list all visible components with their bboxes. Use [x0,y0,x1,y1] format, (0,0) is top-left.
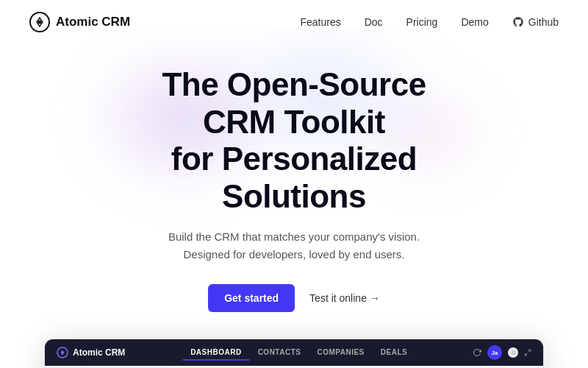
expand-icon[interactable] [524,349,531,356]
nav-links: Features Doc Pricing Demo Github [300,15,559,29]
hero-section: The Open-Source CRM Toolkit for Personal… [0,44,588,312]
nav-demo[interactable]: Demo [461,16,488,28]
github-label: Github [528,16,559,28]
nav-features[interactable]: Features [300,16,340,28]
app-tab-companies[interactable]: COMPANIES [309,345,371,361]
settings-icon[interactable]: ⚙ [508,347,518,358]
app-logo-icon [57,347,68,358]
app-preview: Atomic CRM DASHBOARD CONTACTS COMPANIES … [44,339,544,368]
svg-line-5 [525,353,527,355]
nav-github[interactable]: Github [512,16,559,28]
app-topbar: Atomic CRM DASHBOARD CONTACTS COMPANIES … [45,339,543,366]
app-logo: Atomic CRM [57,347,125,358]
hero-buttons: Get started Test it online → [15,284,573,312]
app-avatar: Ja [487,345,502,360]
logo[interactable]: Atomic CRM [29,12,130,32]
logo-text: Atomic CRM [56,15,130,29]
hero-subtitle: Build the CRM that matches your company'… [15,228,573,263]
nav-doc[interactable]: Doc [365,16,383,28]
app-nav-tabs: DASHBOARD CONTACTS COMPANIES DEALS [137,345,461,361]
svg-line-4 [528,350,531,353]
app-tab-dashboard[interactable]: DASHBOARD [183,345,249,361]
get-started-button[interactable]: Get started [208,284,295,312]
app-tab-contacts[interactable]: CONTACTS [251,345,309,361]
app-tab-deals[interactable]: DEALS [373,345,415,361]
svg-point-3 [62,352,64,354]
refresh-icon[interactable] [473,348,481,357]
svg-point-1 [38,21,42,24]
navbar: Atomic CRM Features Doc Pricing Demo Git… [0,0,588,44]
nav-pricing[interactable]: Pricing [406,16,438,28]
github-icon [512,16,524,28]
test-online-button[interactable]: Test it online → [309,292,380,304]
logo-icon [29,12,50,32]
hero-title: The Open-Source CRM Toolkit for Personal… [15,66,573,215]
app-topbar-actions: Ja ⚙ [473,345,531,360]
